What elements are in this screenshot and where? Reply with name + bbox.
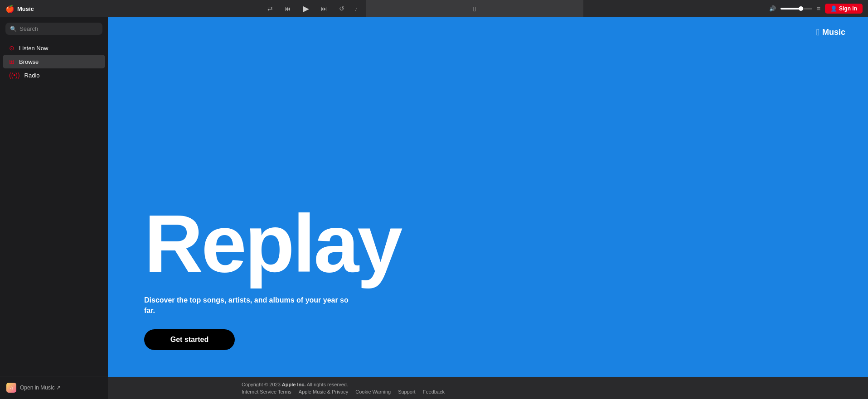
- brand-name: Music: [822, 28, 845, 37]
- shuffle-button[interactable]: ⇄: [266, 3, 275, 14]
- app-title: Music: [17, 5, 34, 12]
- footer-link-support[interactable]: Support: [398, 389, 416, 394]
- footer-links: Internet Service Terms Apple Music & Pri…: [242, 389, 859, 394]
- volume-fill: [781, 8, 801, 10]
- play-button[interactable]: ▶: [301, 2, 311, 15]
- volume-slider[interactable]: [781, 8, 812, 10]
- sign-in-button[interactable]: 👤 Sign In: [825, 4, 863, 14]
- sidebar-item-label-browse: Browse: [19, 58, 39, 65]
- apple-brand-logo-icon: : [816, 27, 820, 38]
- volume-thumb: [799, 6, 803, 11]
- next-button[interactable]: ⏭: [319, 3, 329, 14]
- footer-link-apple-music-privacy[interactable]: Apple Music & Privacy: [299, 389, 348, 394]
- apple-center-logo-icon: : [473, 5, 475, 13]
- open-in-music-button[interactable]: ♫ Open in Music ↗: [6, 383, 102, 393]
- top-bar-right: 🔊 ≡ 👤 Sign In: [741, 4, 868, 14]
- listen-now-icon: ⊙: [9, 44, 15, 52]
- music-note-icon: ♫: [10, 385, 13, 390]
- main-content:  Music Replay Discover the top songs, a…: [108, 17, 868, 399]
- rights-text: All rights reserved.: [305, 382, 348, 387]
- hero-subtitle: Discover the top songs, artists, and alb…: [144, 295, 353, 316]
- search-input[interactable]: [19, 25, 98, 32]
- search-box[interactable]: 🔍: [5, 23, 102, 35]
- apple-logo-icon: 🍎: [5, 5, 15, 13]
- get-started-button[interactable]: Get started: [144, 329, 235, 350]
- open-in-music-label: Open in Music ↗: [20, 385, 61, 391]
- app-branding: 🍎 Music: [0, 5, 108, 13]
- footer-link-cookie-warning[interactable]: Cookie Warning: [355, 389, 391, 394]
- sign-in-label: Sign In: [839, 5, 857, 12]
- hero-title: Replay: [144, 203, 868, 284]
- progress-bar-area[interactable]: : [366, 0, 583, 17]
- radio-icon: ((•)): [9, 72, 20, 79]
- previous-button[interactable]: ⏮: [283, 3, 293, 14]
- sidebar-bottom: ♫ Open in Music ↗: [0, 376, 108, 399]
- sidebar-item-label-listen-now: Listen Now: [19, 45, 48, 52]
- search-icon: 🔍: [10, 26, 17, 32]
- hero-section:  Music Replay Discover the top songs, a…: [108, 17, 868, 377]
- song-icon: ♪: [354, 5, 358, 12]
- sidebar: 🔍 ⊙ Listen Now ⊞ Browse ((•)) Radio ♫ Op…: [0, 17, 108, 399]
- footer-copyright: Copyright © 2023 Apple Inc. All rights r…: [242, 382, 859, 387]
- footer-link-feedback[interactable]: Feedback: [423, 389, 445, 394]
- footer-link-internet-service-terms[interactable]: Internet Service Terms: [242, 389, 291, 394]
- transport-controls: ⇄ ⏮ ▶ ⏭ ↺ ♪ : [108, 0, 741, 17]
- music-app-icon: ♫: [6, 383, 16, 393]
- sidebar-item-radio[interactable]: ((•)) Radio: [3, 68, 105, 82]
- repeat-button[interactable]: ↺: [337, 3, 346, 14]
- sidebar-item-browse[interactable]: ⊞ Browse: [3, 55, 105, 68]
- top-bar: 🍎 Music ⇄ ⏮ ▶ ⏭ ↺ ♪  🔊 ≡ 👤 Sign In: [0, 0, 868, 17]
- list-icon[interactable]: ≡: [817, 5, 820, 12]
- apple-music-brand:  Music: [816, 27, 845, 38]
- main-layout: 🔍 ⊙ Listen Now ⊞ Browse ((•)) Radio ♫ Op…: [0, 17, 868, 399]
- company-name: Apple Inc.: [282, 382, 306, 387]
- copyright-text: Copyright © 2023: [242, 382, 282, 387]
- sidebar-item-label-radio: Radio: [24, 72, 40, 79]
- sign-in-user-icon: 👤: [830, 5, 837, 12]
- sidebar-item-listen-now[interactable]: ⊙ Listen Now: [3, 41, 105, 55]
- footer: Copyright © 2023 Apple Inc. All rights r…: [108, 377, 868, 399]
- volume-icon: 🔊: [769, 5, 776, 12]
- browse-icon: ⊞: [9, 58, 15, 65]
